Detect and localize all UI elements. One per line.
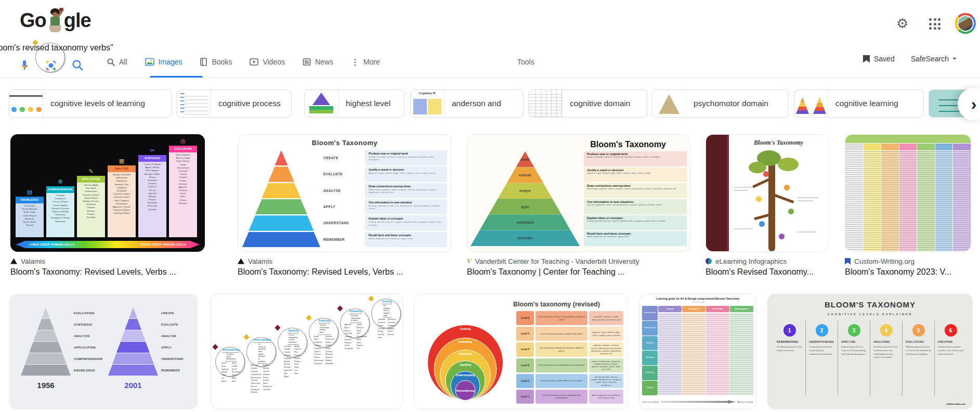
related-chip-cognitive-levels[interactable]: cognitive levels of learning xyxy=(9,89,172,118)
level-label: ANALYSING xyxy=(873,341,899,343)
search-submit-icon[interactable] xyxy=(71,59,84,72)
result-source[interactable]: eLearning Infographics xyxy=(705,256,829,266)
result-image-step-boxes[interactable]: Remembering To find or recall informatio… xyxy=(211,294,403,409)
result-image-concentric-circles[interactable]: Bloom's taxonomy (revised) Creating Eval… xyxy=(414,294,628,409)
google-apps-grid-icon[interactable] xyxy=(929,18,940,30)
search-box[interactable]: "bloom's revised taxonomy verbs" xyxy=(35,43,65,72)
result-source[interactable]: Custom-Writing.org xyxy=(845,256,971,266)
column-verbs: Analyze | Question Differentiate Experim… xyxy=(108,172,136,237)
voice-search-icon[interactable] xyxy=(18,59,31,72)
level-label: APPLICATION xyxy=(74,346,96,349)
pyramid-row: APPLICATION xyxy=(21,342,104,353)
pyramid-row: SYNTHESIS xyxy=(21,319,104,330)
result-title[interactable]: Bloom's Taxonomy | Center for Teaching .… xyxy=(467,267,690,280)
level-chip: Level 4 xyxy=(516,342,534,356)
result-image-1956-vs-2001[interactable]: EVALUATION SYNTHESIS ANALYSIS APPLICATIO… xyxy=(9,294,198,409)
tab-images[interactable]: Images xyxy=(145,58,182,66)
related-chip-highest-level[interactable]: highest level xyxy=(304,89,404,118)
related-chip-anderson-and[interactable]: Cognitive Pr anderson and xyxy=(410,89,524,118)
google-lens-icon[interactable] xyxy=(45,59,57,72)
level-description: Making judgements based on criteria and … xyxy=(906,345,931,356)
related-chip-psychomotor-domain[interactable]: psychomotor domain xyxy=(652,89,789,118)
grid-column: Factual xyxy=(658,306,682,395)
level-label: REMEMBERING xyxy=(777,341,802,343)
doodle-person-icon xyxy=(47,8,63,33)
related-chip-cognitive-domain[interactable]: cognitive domain xyxy=(528,89,647,118)
level-number-badge: 2 xyxy=(816,324,828,337)
level-row: Level 2 Can the learner explain ideas or… xyxy=(516,374,623,388)
level-row: Level 4 Can the learner distinguish betw… xyxy=(516,342,623,356)
result-type-tabs: All Images Books Videos News ⋮ More xyxy=(107,52,380,72)
result-source[interactable]: V Vanderbilt Center for Teaching - Vande… xyxy=(467,256,690,266)
related-chip-cognitive-process[interactable]: cognitive process xyxy=(177,89,292,118)
pyramid-layer xyxy=(242,199,320,214)
tab-books[interactable]: Books xyxy=(200,58,232,66)
chip-thumbnail xyxy=(305,90,338,117)
row-label: Analysing xyxy=(642,351,658,365)
tab-all[interactable]: All xyxy=(107,58,127,66)
tab-videos[interactable]: Videos xyxy=(250,58,285,66)
result-image-art-design-grid[interactable]: Learning goals for Art & Design using re… xyxy=(639,294,756,409)
related-chip-cognitive-learning[interactable]: cognitive learning xyxy=(794,89,924,118)
result-title[interactable]: Bloom's Taxonomy: Revised Levels, Verbs … xyxy=(10,267,205,280)
box-header: Analyzing xyxy=(319,318,331,324)
level-label: ANALYSIS xyxy=(74,334,90,338)
pyramid-row: EVALUATE Justify a stand or decisionAppr… xyxy=(242,166,447,182)
ring: Remembering xyxy=(455,380,476,401)
saved-button[interactable]: Saved xyxy=(863,51,895,67)
chip-thumb-text: Cognitive Pr xyxy=(411,92,444,95)
tools-button[interactable]: Tools xyxy=(517,52,534,72)
owl xyxy=(759,221,765,227)
text-line xyxy=(798,200,813,201)
result-title[interactable]: Bloom's Taxonomy 2023: V... xyxy=(845,267,971,280)
chip-thumbnail xyxy=(794,90,828,117)
column-body xyxy=(730,313,753,395)
column-icon: ▦ xyxy=(108,157,136,165)
level-column: 5 EVALUATING Making judgements based on … xyxy=(902,321,934,396)
column-body xyxy=(682,313,705,395)
level-question: Can the learner distinguish between diff… xyxy=(535,342,587,356)
account-avatar[interactable] xyxy=(955,13,976,34)
level-verbs: appraise, argue, defend, judge, select, … xyxy=(589,327,623,341)
level-description: Recalling information from long-term mem… xyxy=(777,345,802,353)
result-image-owl-tree[interactable]: Bloom's Taxonomy xyxy=(705,134,829,252)
level-number-badge: 5 xyxy=(912,324,925,337)
ring-label: Applying xyxy=(446,363,485,366)
result-title[interactable]: Bloom's Taxonomy: Revised Levels, Verbs … xyxy=(238,267,452,280)
box-verbs: Associate Classify Compare Comprehend De… xyxy=(249,364,275,395)
search-query-text[interactable]: "bloom's revised taxonomy verbs" xyxy=(0,43,113,59)
taxonomy-step-box: Applying To use information in new situa… xyxy=(278,328,307,357)
ring-label: Creating xyxy=(428,327,503,330)
search-icon xyxy=(107,58,115,66)
result-source[interactable]: Valamis xyxy=(10,256,205,266)
result-image-valamis-pyramid[interactable]: Bloom's Taxonomy CREATE Produce new or o… xyxy=(238,134,452,252)
pyramid-row: REMEMBER Recall facts and basic concepts… xyxy=(242,232,447,247)
result-image-valamis-dark-stairs[interactable]: ▤ KNOWLEDGE List | Define Recall | Arran… xyxy=(10,134,205,252)
level-label: REMEMBER xyxy=(161,369,180,372)
pyramid-layer: evaluate xyxy=(471,167,580,183)
tree-branch xyxy=(773,194,794,203)
settings-gear-icon[interactable]: ⚙ xyxy=(896,16,908,31)
result-image-vanderbilt-pyramid[interactable]: Bloom's Taxonomy createevaluateanalyzeap… xyxy=(467,134,690,252)
row-label: Applying xyxy=(642,336,658,351)
safesearch-dropdown[interactable]: SafeSearch xyxy=(911,51,957,67)
result-source[interactable]: Valamis xyxy=(238,256,452,266)
valamis-favicon xyxy=(10,259,17,264)
tab-news[interactable]: News xyxy=(303,58,333,66)
box-subtitle: To find or recall information xyxy=(225,353,237,362)
year-label: 1956 xyxy=(21,381,71,390)
result-title[interactable]: Bloom's Revised Taxonomy... xyxy=(705,267,829,280)
level-question: Can the learner explain ideas or concept… xyxy=(535,374,587,388)
infographic-title: Learning goals for Art & Design using re… xyxy=(642,297,754,300)
result-image-levels-explained[interactable]: BLOOM'S TAXONOMY COGNITIVE LEVELS EXPLAI… xyxy=(767,294,973,409)
result-image-taxonomy-table[interactable] xyxy=(845,134,971,252)
tab-label: Videos xyxy=(263,58,285,66)
google-doodle-logo[interactable]: Go gle xyxy=(20,6,91,34)
column-verbs: Create | Compose Argue | Design Plan | S… xyxy=(138,162,166,237)
box-subtitle: To use information in new situations. xyxy=(288,333,299,345)
tab-more[interactable]: ⋮ More xyxy=(351,57,380,67)
table-column xyxy=(845,144,863,251)
box-verbs: Compose Construct Create Criticize Desig… xyxy=(376,318,398,340)
more-vertical-dots-icon: ⋮ xyxy=(351,57,359,67)
column-header: Procedural xyxy=(706,306,729,312)
